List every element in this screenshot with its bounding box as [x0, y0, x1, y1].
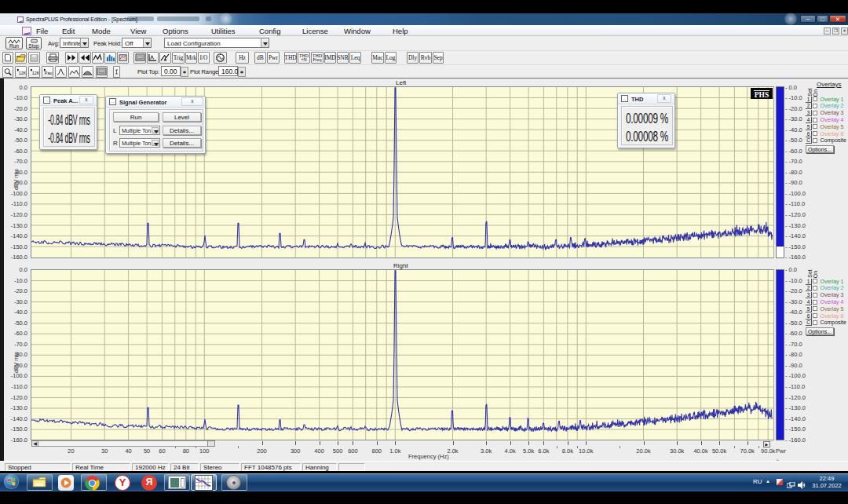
svg-text:12K: 12K [32, 71, 39, 75]
svg-text:Pau: Pau [45, 71, 53, 75]
svg-text:12K: 12K [19, 71, 26, 75]
